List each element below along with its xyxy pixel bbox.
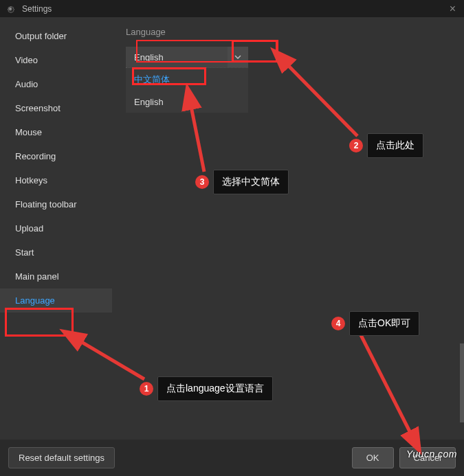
sidebar: Output folder Video Audio Screenshot Mou…: [0, 17, 112, 440]
sidebar-item-mouse[interactable]: Mouse: [0, 120, 112, 144]
sidebar-item-audio[interactable]: Audio: [0, 72, 112, 96]
chevron-down-icon[interactable]: [228, 47, 248, 67]
option-english[interactable]: English: [126, 91, 248, 113]
sidebar-item-video[interactable]: Video: [0, 48, 112, 72]
dropdown-value: English: [126, 52, 228, 63]
reset-default-button[interactable]: Reset default settings: [8, 447, 115, 468]
window-title: Settings: [22, 4, 52, 14]
sidebar-item-output-folder[interactable]: Output folder: [0, 24, 112, 48]
scrollbar[interactable]: [460, 343, 464, 422]
sidebar-item-start[interactable]: Start: [0, 240, 112, 264]
sidebar-item-recording[interactable]: Recording: [0, 144, 112, 168]
content-area: Language English 中文简体 English: [112, 17, 464, 440]
close-icon[interactable]: ×: [447, 3, 459, 15]
sidebar-item-screenshot[interactable]: Screenshot: [0, 96, 112, 120]
gear-icon: [5, 4, 15, 14]
sidebar-item-floating-toolbar[interactable]: Floating toolbar: [0, 192, 112, 216]
dropdown-options: 中文简体 English: [126, 67, 248, 113]
watermark: Yuucn.com: [406, 449, 457, 460]
footer: Reset default settings OK Cancel: [0, 440, 464, 476]
sidebar-item-upload[interactable]: Upload: [0, 216, 112, 240]
ok-button[interactable]: OK: [352, 447, 394, 468]
svg-point-0: [9, 8, 12, 10]
sidebar-item-hotkeys[interactable]: Hotkeys: [0, 168, 112, 192]
section-label-language: Language: [126, 27, 450, 37]
option-chinese-simplified[interactable]: 中文简体: [126, 68, 248, 91]
sidebar-item-main-panel[interactable]: Main panel: [0, 264, 112, 288]
titlebar: Settings ×: [0, 0, 464, 17]
sidebar-item-language[interactable]: Language: [0, 288, 112, 313]
language-dropdown[interactable]: English: [126, 47, 248, 67]
